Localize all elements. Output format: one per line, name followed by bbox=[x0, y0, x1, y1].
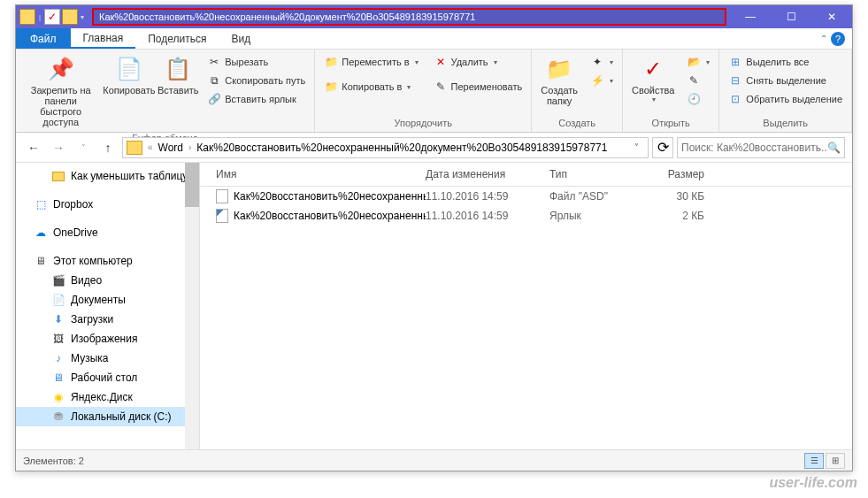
open-small-button[interactable]: 📂▾ bbox=[683, 53, 713, 71]
tree-item[interactable]: ♪Музыка bbox=[16, 349, 199, 368]
images-icon: 🖼 bbox=[51, 332, 65, 346]
chevron-down-icon: ▾ bbox=[494, 58, 497, 66]
back-button[interactable]: ← bbox=[23, 137, 44, 158]
qat-dropdown-icon[interactable]: ▾ bbox=[80, 13, 85, 21]
move-to-button[interactable]: 📁Переместить в▾ bbox=[320, 53, 421, 71]
tree-item[interactable]: ◉Яндекс.Диск bbox=[16, 387, 199, 407]
easy-access-button[interactable]: ⚡▾ bbox=[587, 72, 617, 89]
column-date[interactable]: Дата изменения bbox=[426, 168, 549, 180]
column-name[interactable]: Имя bbox=[200, 168, 426, 180]
open-icon: 📂 bbox=[687, 55, 701, 69]
tree-item-label: Яндекс.Диск bbox=[71, 391, 133, 403]
file-row[interactable]: Как%20восстановить%20несохраненны...11.1… bbox=[200, 206, 852, 226]
easy-access-icon: ⚡ bbox=[590, 73, 604, 88]
tree-item[interactable]: 🖥Этот компьютер bbox=[16, 251, 199, 271]
maximize-button[interactable]: ☐ bbox=[771, 5, 811, 28]
tree-item[interactable]: ⛃Локальный диск (C:) bbox=[16, 407, 199, 426]
ribbon-tabs: Файл Главная Поделиться Вид ⌃ ? bbox=[16, 28, 852, 50]
collapse-ribbon-icon[interactable]: ⌃ bbox=[820, 34, 827, 43]
tree-item[interactable]: ⬇Загрузки bbox=[16, 310, 199, 329]
forward-button[interactable]: → bbox=[48, 137, 69, 158]
search-box[interactable]: 🔍 bbox=[677, 137, 845, 158]
tree-item[interactable]: 🎬Видео bbox=[16, 271, 199, 290]
up-button[interactable]: ↑ bbox=[97, 137, 119, 158]
properties-icon: ✓ bbox=[639, 55, 667, 83]
rename-button[interactable]: ✎Переименовать bbox=[430, 78, 526, 96]
quick-access-toolbar: | ▾ bbox=[16, 9, 88, 25]
file-icon bbox=[216, 189, 228, 203]
cut-button[interactable]: ✂Вырезать bbox=[204, 53, 309, 71]
properties-qat-icon[interactable] bbox=[44, 9, 60, 25]
file-row[interactable]: Как%20восстановить%20несохраненны...11.1… bbox=[200, 187, 852, 206]
tree-item-label: Этот компьютер bbox=[53, 255, 133, 267]
invert-selection-button[interactable]: ⊡Обратить выделение bbox=[725, 90, 846, 108]
pc-icon: 🖥 bbox=[34, 254, 48, 268]
history-button[interactable]: 🕘 bbox=[683, 90, 713, 108]
watermark: user-life.com bbox=[769, 475, 857, 491]
tree-item[interactable]: 🖼Изображения bbox=[16, 329, 199, 349]
help-icon[interactable]: ? bbox=[831, 32, 845, 46]
scrollbar[interactable] bbox=[185, 163, 199, 449]
select-none-button[interactable]: ⊟Снять выделение bbox=[725, 72, 846, 89]
navigation-pane[interactable]: Как уменьшить таблицу в E⬚Dropbox☁OneDri… bbox=[16, 163, 200, 449]
copy-to-button[interactable]: 📁Копировать в▾ bbox=[320, 78, 421, 96]
folder-icon[interactable] bbox=[19, 9, 35, 25]
docs-icon: 📄 bbox=[51, 293, 65, 307]
desktop-icon: 🖥 bbox=[51, 371, 65, 385]
delete-button[interactable]: ✕Удалить▾ bbox=[430, 53, 526, 71]
large-icons-view-button[interactable]: ⊞ bbox=[826, 453, 845, 469]
file-tab[interactable]: Файл bbox=[16, 28, 71, 49]
chevron-down-icon: ▾ bbox=[407, 83, 411, 91]
properties-button[interactable]: ✓ Свойства ▾ bbox=[626, 51, 680, 107]
new-item-button[interactable]: ✦▾ bbox=[587, 53, 617, 71]
file-list: Имя Дата изменения Тип Размер Как%20восс… bbox=[200, 163, 852, 449]
recent-locations-button[interactable]: ˅ bbox=[73, 137, 94, 158]
breadcrumb-segment[interactable]: Как%20восстановить%20несохраненный%20док… bbox=[193, 142, 611, 154]
select-all-icon: ⊞ bbox=[728, 55, 742, 69]
details-view-button[interactable]: ☰ bbox=[804, 453, 824, 469]
titlebar: | ▾ Как%20восстановить%20несохраненный%2… bbox=[16, 5, 852, 28]
copy-path-button[interactable]: ⧉Скопировать путь bbox=[204, 72, 309, 89]
breadcrumb[interactable]: « Word › Как%20восстановить%20несохранен… bbox=[122, 137, 649, 158]
file-name: Как%20восстановить%20несохраненны... bbox=[234, 190, 426, 203]
pin-button[interactable]: 📌 Закрепить на панели быстрого доступа bbox=[19, 51, 102, 131]
ribbon-group-open: ✓ Свойства ▾ 📂▾ ✎ 🕘 Открыть bbox=[623, 50, 719, 132]
tree-item[interactable]: 🖥Рабочий стол bbox=[16, 368, 199, 387]
tree-item-label: Изображения bbox=[71, 333, 137, 345]
copy-label: Копировать bbox=[103, 85, 155, 96]
navigation-bar: ← → ˅ ↑ « Word › Как%20восстановить%20не… bbox=[16, 133, 852, 163]
properties-label: Свойства bbox=[632, 85, 674, 96]
tree-item[interactable]: Как уменьшить таблицу в E bbox=[16, 166, 199, 186]
chevron-right-icon[interactable]: « bbox=[146, 142, 155, 152]
tab-home[interactable]: Главная bbox=[71, 28, 136, 49]
new-folder-qat-icon[interactable] bbox=[62, 9, 78, 25]
column-size[interactable]: Размер bbox=[642, 168, 713, 180]
tree-item[interactable]: 📄Документы bbox=[16, 290, 199, 310]
new-group-label: Создать bbox=[535, 116, 618, 130]
downloads-icon: ⬇ bbox=[51, 312, 65, 326]
paste-button[interactable]: 📋 Вставить bbox=[156, 51, 200, 99]
search-input[interactable] bbox=[681, 142, 827, 154]
tree-item[interactable]: ⬚Dropbox bbox=[16, 195, 199, 214]
new-folder-button[interactable]: 📁 Создать папку bbox=[535, 51, 583, 110]
pin-icon: 📌 bbox=[47, 55, 75, 83]
breadcrumb-segment[interactable]: Word bbox=[155, 142, 187, 154]
paste-shortcut-button[interactable]: 🔗Вставить ярлык bbox=[204, 90, 309, 108]
file-type: Ярлык bbox=[549, 210, 642, 222]
scrollbar-thumb[interactable] bbox=[185, 163, 199, 207]
minimize-button[interactable]: — bbox=[730, 5, 771, 28]
edit-button[interactable]: ✎ bbox=[683, 72, 713, 89]
refresh-button[interactable]: ⟳ bbox=[652, 137, 673, 158]
tree-item[interactable]: ☁OneDrive bbox=[16, 223, 199, 242]
tab-share[interactable]: Поделиться bbox=[135, 28, 219, 49]
copy-button[interactable]: 📄 Копировать bbox=[104, 51, 154, 99]
breadcrumb-dropdown-icon[interactable]: ˅ bbox=[629, 142, 644, 152]
chevron-right-icon[interactable]: › bbox=[187, 142, 193, 152]
ribbon-group-organize: 📁Переместить в▾ 📁Копировать в▾ ✕Удалить▾… bbox=[315, 50, 532, 132]
column-type[interactable]: Тип bbox=[549, 168, 642, 180]
tree-item-label: Локальный диск (C:) bbox=[71, 410, 172, 423]
invert-selection-icon: ⊡ bbox=[728, 92, 742, 106]
select-all-button[interactable]: ⊞Выделить все bbox=[725, 53, 846, 71]
close-button[interactable]: ✕ bbox=[811, 5, 852, 28]
tab-view[interactable]: Вид bbox=[219, 28, 263, 49]
